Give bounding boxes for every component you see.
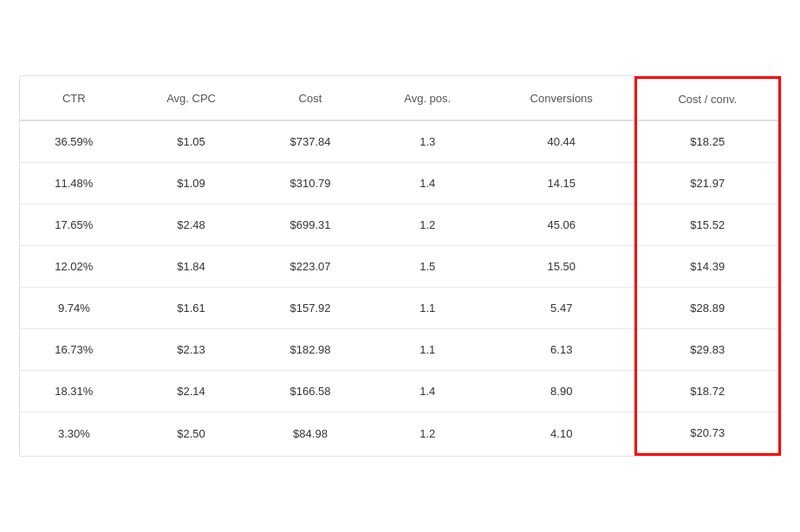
cell-cost: $84.98 xyxy=(254,412,367,455)
cell-cost_conv: $21.97 xyxy=(636,163,780,204)
cell-avg_pos: 1.1 xyxy=(367,329,488,371)
cell-ctr: 18.31% xyxy=(20,371,129,412)
table-row: 11.48%$1.09$310.791.414.15$21.97 xyxy=(20,163,780,204)
cell-cost_conv: $14.39 xyxy=(636,246,780,288)
cell-ctr: 11.48% xyxy=(20,163,129,204)
header-cost[interactable]: Cost xyxy=(254,78,367,121)
cell-cost: $182.98 xyxy=(254,329,367,371)
cell-avg_pos: 1.4 xyxy=(367,371,488,412)
table-row: 17.65%$2.48$699.311.245.06$15.52 xyxy=(20,204,780,246)
table-row: 36.59%$1.05$737.841.340.44$18.25 xyxy=(20,120,780,163)
header-ctr[interactable]: CTR xyxy=(20,78,129,121)
cell-avg_cpc: $1.09 xyxy=(128,163,254,204)
table-row: 3.30%$2.50$84.981.24.10$20.73 xyxy=(20,412,780,455)
cell-conversions: 14.15 xyxy=(488,163,635,204)
cell-cost_conv: $20.73 xyxy=(636,412,780,455)
cell-avg_cpc: $2.13 xyxy=(128,329,254,371)
cell-cost_conv: $15.52 xyxy=(636,204,780,246)
cell-conversions: 5.47 xyxy=(488,288,635,329)
cell-conversions: 8.90 xyxy=(488,371,635,412)
cell-ctr: 12.02% xyxy=(20,246,129,288)
cell-ctr: 17.65% xyxy=(20,204,129,246)
header-avg-cpc[interactable]: Avg. CPC xyxy=(128,78,254,121)
cell-ctr: 3.30% xyxy=(20,412,129,455)
table-row: 9.74%$1.61$157.921.15.47$28.89 xyxy=(20,288,780,329)
cell-conversions: 6.13 xyxy=(488,329,635,371)
cell-avg_pos: 1.3 xyxy=(367,120,488,163)
cell-ctr: 9.74% xyxy=(20,288,129,329)
cell-avg_pos: 1.2 xyxy=(367,204,488,246)
cell-cost_conv: $29.83 xyxy=(636,329,780,371)
header-cost-conv[interactable]: Cost / conv. xyxy=(636,78,780,121)
cell-avg_cpc: $2.50 xyxy=(128,412,254,455)
cell-avg_cpc: $1.84 xyxy=(128,246,254,288)
cell-cost: $310.79 xyxy=(254,163,367,204)
cell-conversions: 45.06 xyxy=(488,204,635,246)
cell-cost: $699.31 xyxy=(254,204,367,246)
cell-conversions: 4.10 xyxy=(488,412,635,455)
cell-avg_cpc: $1.61 xyxy=(128,288,254,329)
cell-avg_pos: 1.5 xyxy=(367,246,488,288)
table-row: 18.31%$2.14$166.581.48.90$18.72 xyxy=(20,371,780,412)
cell-cost: $157.92 xyxy=(254,288,367,329)
header-avg-pos[interactable]: Avg. pos. xyxy=(367,78,488,121)
cell-ctr: 36.59% xyxy=(20,120,129,163)
table-row: 12.02%$1.84$223.071.515.50$14.39 xyxy=(20,246,780,288)
cell-cost: $223.07 xyxy=(254,246,367,288)
cell-cost_conv: $18.72 xyxy=(636,371,780,412)
cell-avg_cpc: $2.14 xyxy=(128,371,254,412)
cell-cost_conv: $18.25 xyxy=(636,120,780,163)
data-table: CTR Avg. CPC Cost Avg. pos. Conversions … xyxy=(19,75,782,457)
table-header-row: CTR Avg. CPC Cost Avg. pos. Conversions … xyxy=(20,78,780,121)
cell-cost_conv: $28.89 xyxy=(636,288,780,329)
cell-avg_pos: 1.2 xyxy=(367,412,488,455)
header-conversions[interactable]: Conversions xyxy=(488,78,635,121)
cell-avg_pos: 1.1 xyxy=(367,288,488,329)
cell-avg_cpc: $2.48 xyxy=(128,204,254,246)
cell-avg_cpc: $1.05 xyxy=(128,120,254,163)
cell-avg_pos: 1.4 xyxy=(367,163,488,204)
cell-cost: $166.58 xyxy=(254,371,367,412)
table-body: 36.59%$1.05$737.841.340.44$18.2511.48%$1… xyxy=(20,120,780,455)
cell-cost: $737.84 xyxy=(254,120,367,163)
table-row: 16.73%$2.13$182.981.16.13$29.83 xyxy=(20,329,780,371)
cell-ctr: 16.73% xyxy=(20,329,129,371)
cell-conversions: 40.44 xyxy=(488,120,635,163)
cell-conversions: 15.50 xyxy=(488,246,635,288)
